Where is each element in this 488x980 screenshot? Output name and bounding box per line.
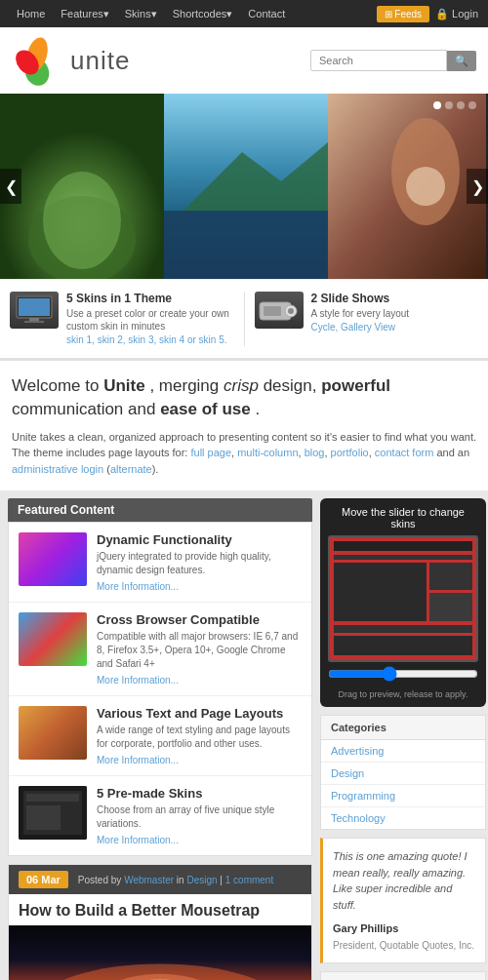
blog-post: 06 Mar Posted by Webmaster in Design | 1… <box>8 864 312 980</box>
features-row: 5 Skins in 1 Theme Use a preset color or… <box>0 279 488 361</box>
featured-section-header: Featured Content <box>8 498 312 522</box>
slide-1 <box>0 94 164 279</box>
svg-rect-7 <box>164 211 328 279</box>
right-column: Move the slider to change skins Drag to … <box>312 498 488 980</box>
feature-skins-links[interactable]: skin 1, skin 2, skin 3, skin 4 or skin 5… <box>66 334 227 345</box>
featured-thumb-1 <box>19 532 87 586</box>
slider-dot-3[interactable] <box>457 101 465 109</box>
svg-rect-30 <box>334 541 472 551</box>
post-author[interactable]: Webmaster <box>124 875 174 885</box>
welcome-body: Unite takes a clean, organized approach … <box>12 429 476 478</box>
slider-dot-4[interactable] <box>468 101 476 109</box>
svg-rect-32 <box>334 563 427 621</box>
nav-shortcodes[interactable]: Shortcodes▾ <box>166 4 240 24</box>
featured-thumb-4 <box>19 786 87 840</box>
logo-leaf <box>12 35 62 86</box>
slider-dot-1[interactable] <box>433 101 441 109</box>
quote-text: This is one amazing quote! I mean really… <box>333 848 475 913</box>
slider-dots <box>433 101 476 109</box>
nav-home[interactable]: Home <box>10 4 52 24</box>
feature-divider <box>244 292 245 346</box>
feature-slideshows-links[interactable]: Cycle, Gallery View <box>311 322 396 333</box>
slide-3 <box>328 94 486 279</box>
featured-title-3: Various Text and Page Layouts <box>97 706 302 721</box>
svg-rect-15 <box>24 321 44 323</box>
quote-box: This is one amazing quote! I mean really… <box>320 838 486 963</box>
feature-slideshows-text: 2 Slide Shows A style for every layout C… <box>311 292 410 333</box>
featured-content-2: Cross Browser Compatible Compatible with… <box>97 612 302 686</box>
skin-slider-box: Move the slider to change skins Drag to … <box>320 498 486 707</box>
featured-desc-1: jQuery integrated to provide high qualit… <box>97 550 302 577</box>
svg-rect-33 <box>429 563 472 590</box>
left-column: Featured Content Dynamic Functionality j… <box>0 498 312 980</box>
logo-area: unite <box>12 35 130 86</box>
skin-slider-label: Move the slider to change skins <box>328 506 478 529</box>
featured-more-4[interactable]: More Information... <box>97 835 302 845</box>
featured-more-3[interactable]: More Information... <box>97 755 302 765</box>
featured-item-3: Various Text and Page Layouts A wide ran… <box>9 696 311 776</box>
featured-content-3: Various Text and Page Layouts A wide ran… <box>97 706 302 765</box>
svg-rect-34 <box>429 593 472 621</box>
svg-point-11 <box>406 167 445 206</box>
featured-title-2: Cross Browser Compatible <box>97 612 302 627</box>
nav-contact[interactable]: Contact <box>241 4 292 24</box>
categories-box: Categories Advertising Design Programmin… <box>320 715 486 830</box>
quote-author-title: President, Quotable Quotes, Inc. <box>333 940 474 951</box>
category-advertising[interactable]: Advertising <box>321 740 485 763</box>
brand-name: Unite <box>103 376 145 395</box>
nav-right: ⊞ Feeds 🔒 Login <box>377 6 479 22</box>
feature-slideshows-desc: A style for every layout <box>311 307 410 320</box>
feature-skins-text: 5 Skins in 1 Theme Use a preset color or… <box>66 292 234 346</box>
category-design[interactable]: Design <box>321 763 485 785</box>
featured-thumb-3 <box>19 706 87 760</box>
svg-rect-23 <box>26 805 61 830</box>
post-image <box>9 925 311 980</box>
quote-author: Gary Phillips President, Quotable Quotes… <box>333 921 475 953</box>
welcome-heading: Welcome to Unite , merging crisp design,… <box>12 374 476 421</box>
logo-text: unite <box>70 46 130 76</box>
nav-links: Home Features▾ Skins▾ Shortcodes▾ Contac… <box>10 4 292 24</box>
category-programming[interactable]: Programming <box>321 785 485 807</box>
featured-desc-3: A wide range of text styling and page la… <box>97 724 302 751</box>
svg-point-18 <box>288 308 294 314</box>
full-page-link[interactable]: full page <box>190 447 231 458</box>
search-box: 🔍 <box>310 50 476 71</box>
lock-icon: 🔒 <box>435 8 449 20</box>
featured-title-1: Dynamic Functionality <box>97 532 302 547</box>
featured-item-1: Dynamic Functionality jQuery integrated … <box>9 523 311 603</box>
categories-title: Categories <box>321 716 485 740</box>
category-technology[interactable]: Technology <box>321 807 485 829</box>
svg-rect-35 <box>334 625 472 633</box>
monitor-icon <box>10 292 59 329</box>
main-content: Featured Content Dynamic Functionality j… <box>0 490 488 980</box>
svg-rect-36 <box>334 636 472 655</box>
search-input[interactable] <box>310 50 447 71</box>
nav-skins[interactable]: Skins▾ <box>118 4 164 24</box>
svg-rect-14 <box>29 318 39 321</box>
search-button[interactable]: 🔍 <box>447 51 476 71</box>
post-comment[interactable]: 1 comment <box>225 875 273 885</box>
slider-inner <box>0 94 488 279</box>
svg-rect-22 <box>26 794 79 802</box>
slider-next-button[interactable]: ❯ <box>467 169 488 204</box>
featured-list: Dynamic Functionality jQuery integrated … <box>8 522 312 856</box>
featured-content-1: Dynamic Functionality jQuery integrated … <box>97 532 302 592</box>
feature-skins-desc: Use a preset color or create your own cu… <box>66 307 234 333</box>
nav-bar: Home Features▾ Skins▾ Shortcodes▾ Contac… <box>0 0 488 27</box>
svg-rect-13 <box>19 298 50 316</box>
post-category[interactable]: Design <box>186 875 217 885</box>
post-header: 06 Mar Posted by Webmaster in Design | 1… <box>9 865 311 894</box>
feeds-button[interactable]: ⊞ Feeds <box>377 6 430 22</box>
skin-range-slider[interactable] <box>328 666 478 682</box>
projector-icon <box>255 292 304 329</box>
featured-more-1[interactable]: More Information... <box>97 581 302 592</box>
header: unite 🔍 <box>0 27 488 94</box>
slider-dot-2[interactable] <box>445 101 453 109</box>
feature-skins-title: 5 Skins in 1 Theme <box>66 292 234 305</box>
slider-prev-button[interactable]: ❮ <box>0 169 21 204</box>
feature-slideshows: 2 Slide Shows A style for every layout C… <box>255 292 479 346</box>
feature-skins: 5 Skins in 1 Theme Use a preset color or… <box>10 292 234 346</box>
nav-features[interactable]: Features▾ <box>54 4 115 24</box>
featured-more-2[interactable]: More Information... <box>97 675 302 686</box>
login-button[interactable]: 🔒 Login <box>435 8 478 20</box>
